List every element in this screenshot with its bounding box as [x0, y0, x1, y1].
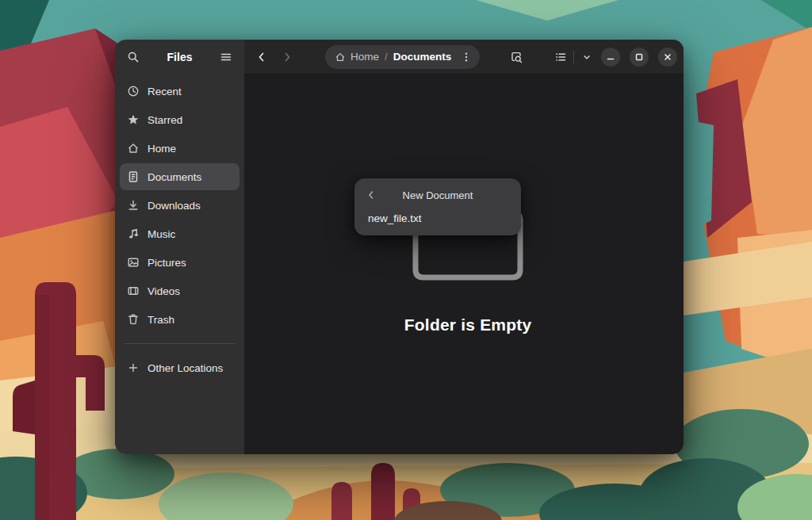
maximize-icon [633, 51, 645, 63]
sidebar-item-label: Home [147, 143, 176, 155]
sidebar-item-label: Videos [147, 285, 180, 297]
sidebar-footer: Other Locations [115, 351, 244, 384]
popover-back-icon[interactable] [365, 189, 377, 201]
back-button[interactable] [251, 46, 273, 68]
music-note-icon [127, 228, 140, 240]
sidebar-list: Recent Starred Home Documents [115, 75, 244, 336]
video-icon [127, 285, 140, 297]
home-icon [127, 142, 140, 155]
close-icon [661, 51, 674, 63]
sidebar-item-videos[interactable]: Videos [120, 277, 239, 304]
sidebar-item-pictures[interactable]: Pictures [120, 249, 239, 276]
sidebar-item-label: Recent [147, 86, 182, 98]
search-everywhere-button[interactable] [505, 46, 527, 68]
sidebar-item-downloads[interactable]: Downloads [120, 192, 239, 219]
sidebar-item-starred[interactable]: Starred [120, 106, 239, 133]
new-document-popover: New Document new_file.txt [354, 178, 521, 235]
hamburger-menu-icon [220, 51, 232, 63]
search-folder-icon [510, 51, 523, 63]
sidebar-item-recent[interactable]: Recent [120, 78, 239, 105]
sidebar-item-home[interactable]: Home [120, 135, 239, 162]
kebab-menu-icon [460, 51, 473, 63]
popover-title: New Document [403, 189, 473, 201]
sidebar-item-label: Downloads [147, 200, 201, 212]
location-menu-button[interactable] [457, 48, 476, 67]
sidebar-item-trash[interactable]: Trash [120, 306, 239, 333]
headerbar[interactable]: Home / Documents [244, 40, 684, 75]
clock-icon [127, 85, 140, 98]
download-icon [127, 199, 140, 212]
empty-state-title: Folder is Empty [244, 315, 684, 335]
list-view-icon [554, 51, 567, 63]
popover-header: New Document [360, 184, 515, 206]
trash-icon [127, 313, 140, 326]
sidebar-divider [124, 343, 236, 344]
sidebar-item-label: Music [147, 228, 175, 240]
view-options-button[interactable] [576, 46, 598, 68]
minimize-button[interactable] [601, 48, 620, 67]
breadcrumb-home[interactable]: Home [335, 51, 379, 63]
close-button[interactable] [658, 48, 677, 67]
app-title: Files [167, 51, 193, 63]
picture-icon [127, 256, 140, 269]
breadcrumb-current: Documents [393, 51, 452, 63]
plus-icon [127, 361, 140, 374]
maximize-button[interactable] [630, 48, 649, 67]
search-button[interactable] [122, 46, 144, 68]
minimize-icon [604, 51, 617, 63]
files-window: Files Recent Starred [115, 40, 684, 454]
sidebar-item-label: Trash [147, 314, 174, 326]
sidebar-item-other-locations[interactable]: Other Locations [120, 354, 239, 381]
sidebar-item-label: Documents [147, 171, 201, 183]
path-bar[interactable]: Home / Documents [325, 45, 480, 69]
folder-view[interactable]: Folder is Empty New Document new_file.tx… [244, 75, 684, 454]
chevron-right-icon [281, 51, 293, 63]
main-menu-button[interactable] [215, 46, 237, 68]
sidebar-item-label: Starred [147, 114, 182, 126]
sidebar-item-documents[interactable]: Documents [120, 163, 239, 190]
document-icon [127, 170, 140, 183]
window-controls [601, 48, 684, 67]
main-area: Home / Documents [244, 40, 684, 454]
sidebar-item-music[interactable]: Music [120, 220, 239, 247]
sidebar: Files Recent Starred [115, 40, 244, 454]
forward-button[interactable] [276, 46, 298, 68]
chevron-left-icon [255, 51, 268, 63]
breadcrumb-home-label: Home [350, 51, 379, 63]
chevron-down-icon [580, 51, 593, 63]
sidebar-header[interactable]: Files [115, 40, 244, 75]
star-icon [127, 113, 140, 126]
sidebar-item-label: Pictures [147, 257, 186, 269]
sidebar-item-label: Other Locations [147, 362, 223, 374]
home-icon [335, 52, 346, 63]
search-icon [127, 51, 140, 63]
popover-item-new-file[interactable]: new_file.txt [360, 206, 515, 230]
view-switcher [550, 46, 598, 68]
list-view-button[interactable] [550, 46, 572, 68]
breadcrumb-separator: / [385, 51, 388, 63]
view-switcher-divider [573, 51, 574, 63]
